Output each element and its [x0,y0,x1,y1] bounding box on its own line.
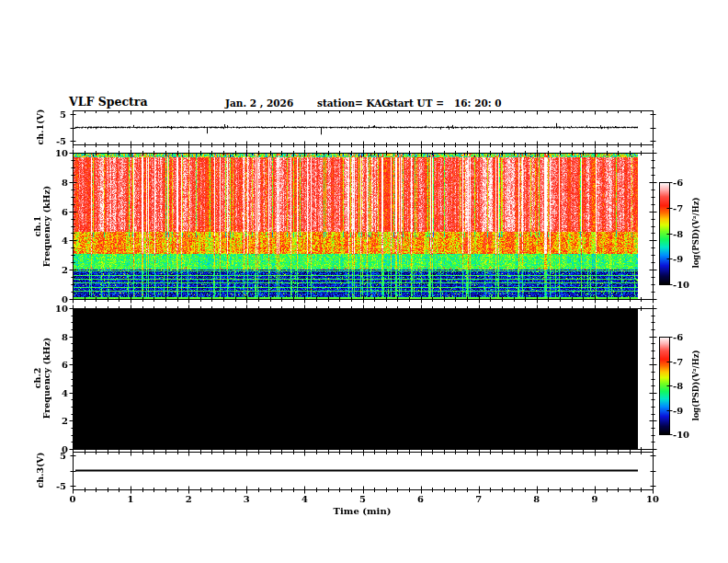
time-tick-label: 3 [244,494,250,504]
vlf-spectra-plot: VLF Spectra Jan. 2 , 2026 station= KAG s… [0,0,728,563]
time-tick-label: 4 [301,494,308,504]
ch1-freq-tick-label: 10 [55,148,68,158]
time-tick-label: 2 [186,494,192,504]
ch3-voltage-axis-label: ch.3(V) [36,453,45,488]
colorbar-tick-label: -9 [673,254,683,264]
time-tick-label: 5 [359,494,366,504]
time-tick-label: 0 [70,494,76,504]
time-tick-label: 10 [646,494,659,504]
colorbar-tick-label: -6 [673,178,683,188]
colorbar-2-unit-label: log(PSD)(V²/Hz) [691,350,700,420]
colorbar-tick-label: -10 [673,430,689,440]
ch3-volt-tick-label: -5 [56,481,66,491]
axes-ticks-overlay [0,0,728,563]
ch1-voltage-axis-label: ch.1(V) [36,109,45,145]
ch2-freq-tick-label: 2 [62,416,68,426]
ch1-frequency-axis-label-line2: Frequency (kHz) [42,186,51,268]
time-tick-label: 9 [591,494,597,504]
ch1-freq-tick-label: 4 [62,236,68,246]
time-tick-label: 7 [475,494,482,504]
ch2-frequency-axis-label-line2: Frequency (kHz) [42,338,51,419]
ch1-freq-tick-label: 6 [62,206,68,216]
ch3-volt-tick-label: 5 [60,451,66,461]
colorbar-tick-label: -9 [673,405,683,415]
colorbar-tick-label: -6 [673,332,683,342]
ch1-freq-tick-label: 8 [62,177,68,187]
ch2-freq-tick-label: 8 [62,331,68,341]
time-axis-label: Time (min) [334,506,392,516]
colorbar-tick-label: -7 [673,356,683,366]
colorbar-tick-label: -10 [673,280,689,290]
ch2-frequency-axis-label: ch.2 Frequency (kHz) [33,338,51,419]
ch1v-volt-tick-label: -5 [56,136,66,146]
ch2-freq-tick-label: 4 [62,387,68,397]
ch1-frequency-axis-label: ch.1 Frequency (kHz) [33,186,51,268]
ch2-freq-tick-label: 6 [62,360,68,370]
ch1v-volt-tick-label: 5 [60,109,66,120]
colorbar-tick-label: -7 [673,202,683,213]
ch2-freq-tick-label: 10 [55,304,68,314]
time-tick-label: 6 [417,494,424,504]
colorbar-1-unit-label: log(PSD)(V²/Hz) [691,197,700,268]
time-tick-label: 8 [533,494,540,504]
colorbar-tick-label: -8 [673,228,683,238]
colorbar-tick-label: -8 [673,381,683,391]
time-tick-label: 1 [128,494,134,504]
ch1-freq-tick-label: 2 [62,265,68,275]
